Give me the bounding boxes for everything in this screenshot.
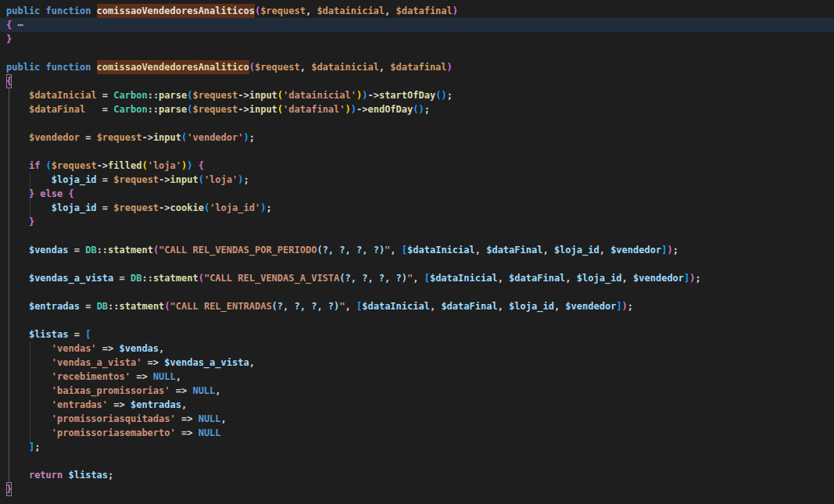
code-line[interactable]: return $listas; xyxy=(0,468,834,482)
code-line[interactable]: $loja_id = $request->input('loja'); xyxy=(0,173,834,187)
code-token xyxy=(6,215,29,229)
code-token xyxy=(6,398,52,412)
code-line[interactable]: $dataInicial = Carbon::parse($request->i… xyxy=(0,88,834,102)
code-line[interactable] xyxy=(0,229,834,243)
code-token: [ xyxy=(424,271,430,285)
code-token: else xyxy=(34,187,68,201)
bracket-match: } xyxy=(6,482,12,496)
code-line[interactable] xyxy=(0,257,834,271)
code-line[interactable]: } xyxy=(0,32,834,46)
code-token: , xyxy=(622,271,633,285)
code-line[interactable]: $dataFinal = Carbon::parse($request->inp… xyxy=(0,102,834,116)
code-token: = xyxy=(97,173,114,187)
code-token: -> xyxy=(238,102,249,116)
code-line[interactable] xyxy=(0,46,834,60)
code-token: ⋯ xyxy=(17,18,23,32)
code-line[interactable]: $vendas_a_vista = DB::statment("CALL REL… xyxy=(0,271,834,285)
code-token: $dataFinal xyxy=(29,102,85,116)
code-token xyxy=(6,327,29,341)
code-token: ; xyxy=(108,468,113,482)
code-token xyxy=(6,384,52,398)
code-token: $request xyxy=(255,60,300,74)
code-token: ; xyxy=(34,440,40,454)
code-token: () xyxy=(413,102,424,116)
code-line[interactable]: $listas = [ xyxy=(0,327,834,341)
code-token: filled xyxy=(108,159,141,173)
code-line[interactable] xyxy=(0,454,834,468)
code-token: ) xyxy=(243,130,249,145)
code-token: , xyxy=(176,370,181,384)
code-token: ) xyxy=(356,88,362,102)
code-token: DB xyxy=(131,271,141,285)
code-token: , xyxy=(181,398,187,412)
code-line[interactable]: $vendas = DB::statment("CALL REL_VENDAS_… xyxy=(0,243,834,257)
code-token: Carbon xyxy=(113,102,147,116)
code-line[interactable]: if ($request->filled('loja')) { xyxy=(0,159,834,173)
code-token: input xyxy=(249,102,277,116)
code-token xyxy=(6,102,29,116)
code-token: } xyxy=(29,215,34,229)
code-token: , xyxy=(475,243,486,257)
code-line[interactable] xyxy=(0,116,834,130)
code-token: ] xyxy=(661,243,667,257)
code-line[interactable]: public function comissaoVendedoresAnalit… xyxy=(0,4,834,18)
code-token: return xyxy=(29,468,69,482)
code-line[interactable]: 'recebimentos' => NULL, xyxy=(0,370,834,384)
code-token: $vendas xyxy=(120,341,159,356)
code-token: $datainicial xyxy=(317,4,385,18)
code-token: input xyxy=(249,88,277,102)
code-line[interactable]: } xyxy=(0,482,834,496)
code-line[interactable]: $vendedor = $request->input('vendedor'); xyxy=(0,130,834,145)
code-line[interactable]: 'vendas' => $vendas, xyxy=(0,341,834,356)
code-token: , xyxy=(306,4,317,18)
code-token: ) xyxy=(345,102,351,116)
code-token: $entradas xyxy=(131,398,181,412)
code-token: , xyxy=(385,4,396,18)
code-line[interactable]: ]; xyxy=(0,440,834,454)
code-line[interactable]: } xyxy=(0,215,834,229)
code-line[interactable]: public function comissaoVendedoresAnalit… xyxy=(0,60,834,74)
code-token: " xyxy=(385,243,390,257)
code-token xyxy=(6,440,29,454)
code-token: = xyxy=(68,327,85,341)
code-token: $datafinal xyxy=(396,4,453,18)
code-token: 'promissoriasquitadas' xyxy=(52,412,176,426)
code-editor[interactable]: public function comissaoVendedoresAnalit… xyxy=(0,0,834,504)
code-token: 'vendas' xyxy=(52,341,97,356)
code-token: $dataInicial xyxy=(362,299,430,313)
code-token: "CALL REL_VENDAS_A_VISTA xyxy=(204,271,339,285)
code-token: ( xyxy=(187,88,192,102)
code-line[interactable] xyxy=(0,313,834,327)
code-line[interactable] xyxy=(0,285,834,299)
code-token: input xyxy=(170,173,199,187)
folded-region-line[interactable]: { ⋯ xyxy=(0,18,834,32)
code-token: ; xyxy=(424,102,430,116)
code-token: => xyxy=(141,356,164,370)
code-line[interactable]: 'baixas_promissorias' => NULL, xyxy=(0,384,834,398)
code-token xyxy=(6,412,52,426)
code-line[interactable]: 'entradas' => $entradas, xyxy=(0,398,834,412)
code-token: 'recebimentos' xyxy=(52,370,131,384)
code-line[interactable]: } else { xyxy=(0,187,834,201)
code-token: => xyxy=(176,426,199,440)
code-line[interactable]: $entradas = DB::statment("CALL REL_ENTRA… xyxy=(0,299,834,313)
code-line[interactable] xyxy=(0,145,834,159)
code-token: -> xyxy=(97,159,108,173)
code-token: , xyxy=(554,299,565,313)
code-token: public function xyxy=(6,60,97,74)
code-line[interactable]: { xyxy=(0,74,834,88)
code-token: " xyxy=(339,299,345,313)
code-token: $datafinal xyxy=(390,60,446,74)
code-token: $request xyxy=(52,159,97,173)
code-token: $request xyxy=(192,88,238,102)
code-token: ( xyxy=(46,159,52,173)
code-token: ] xyxy=(29,440,34,454)
code-token: , xyxy=(221,412,227,426)
code-line[interactable]: 'promissoriasquitadas' => NULL, xyxy=(0,412,834,426)
code-token: ) xyxy=(689,271,695,285)
code-line[interactable]: 'vendas_a_vista' => $vendas_a_vista, xyxy=(0,356,834,370)
code-token: ( xyxy=(141,159,147,173)
code-token: statment xyxy=(153,271,199,285)
code-line[interactable]: 'promissoriasemaberto' => NULL xyxy=(0,426,834,440)
code-line[interactable]: $loja_id = $request->cookie('loja_id'); xyxy=(0,201,834,215)
